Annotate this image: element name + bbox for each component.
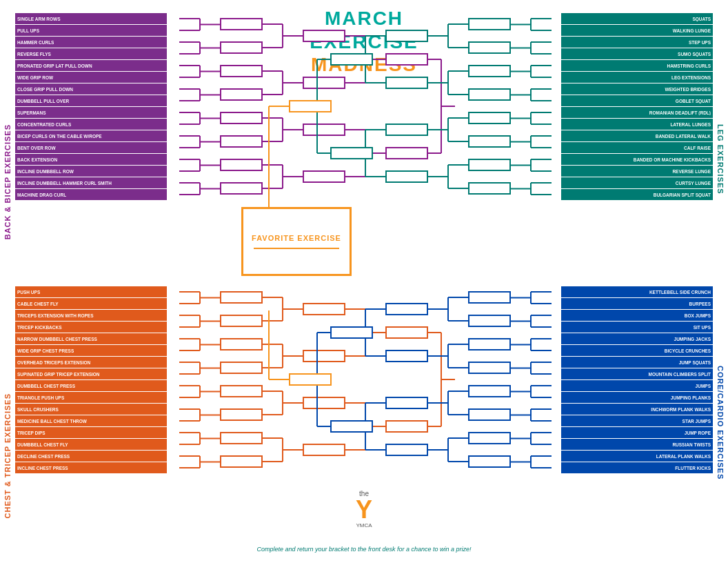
svg-rect-22 <box>221 66 262 77</box>
svg-rect-63 <box>303 171 345 182</box>
right-bottom-exercise-5: BICYCLE CRUNCHES <box>561 345 713 356</box>
right-top-exercise-5: LEG EXTENSIONS <box>561 72 713 83</box>
left-bottom-exercise-9: TRIANGLE PUSH UPS <box>15 392 167 403</box>
left-top-exercise-11: BENT OVER ROW <box>15 142 167 153</box>
right-top-exercise-8: ROMANIAN DEADLIFT (RDL) <box>561 107 713 118</box>
svg-rect-97 <box>469 89 510 100</box>
left-bottom-exercise-11: MEDICINE BALL CHEST THROW <box>15 415 167 426</box>
right-top-exercise-2: STEP UPS <box>561 37 713 48</box>
left-top-exercise-8: SUPERMANS <box>15 107 167 118</box>
svg-rect-213 <box>303 444 345 455</box>
svg-rect-173 <box>221 362 262 373</box>
left-top-exercise-13: INCLINE DUMBBELL ROW <box>15 166 167 177</box>
left-top-exercise-10: BICEP CURLS ON THE CABLE W/ROPE <box>15 130 167 141</box>
left-top-exercise-12: BACK EXTENSION <box>15 154 167 165</box>
svg-rect-218 <box>386 327 427 338</box>
ymca-logo: the Y YMCA <box>356 490 372 529</box>
favorite-exercise-box: FAVORITE EXERCISE <box>241 207 352 276</box>
left-bottom-exercise-8: DUMBBELL CHEST PRESS <box>15 380 167 391</box>
svg-rect-159 <box>221 315 262 326</box>
svg-rect-178 <box>303 304 345 315</box>
right-top-exercise-4: HAMSTRING CURLS <box>561 60 713 71</box>
svg-rect-219 <box>386 421 427 432</box>
svg-rect-43 <box>221 136 262 147</box>
left-top-exercise-6: CLOSE GRIP PULL DOWN <box>15 83 167 95</box>
left-bottom-exercise-6: OVERHEAD TRICEPS EXTENSION <box>15 357 167 368</box>
page: MARCH EXERCISE MADNESS BACK & BICEP EXER… <box>0 0 728 563</box>
right-bottom-exercise-12: JUMP ROPE <box>561 427 713 438</box>
svg-rect-267 <box>469 409 510 420</box>
svg-rect-207 <box>221 456 262 467</box>
svg-rect-103 <box>386 77 427 88</box>
svg-rect-9 <box>221 42 262 53</box>
svg-rect-266 <box>469 386 510 397</box>
svg-rect-130 <box>469 159 510 170</box>
svg-rect-298 <box>290 374 331 385</box>
right-top-exercise-3: SUMO SQUATS <box>561 48 713 59</box>
left-top-exercise-0: SINGLE ARM ROWS <box>15 13 167 24</box>
svg-rect-281 <box>469 456 510 467</box>
left-bottom-exercise-3: TRICEP KICKBACKS <box>15 322 167 333</box>
left-bottom-exercise-13: DUMBBELL CHEST FLY <box>15 439 167 450</box>
right-bottom-exercise-14: LATERAL PLANK WALKS <box>561 451 713 462</box>
left-top-exercise-2: HAMMER CURLS <box>15 37 167 48</box>
left-bottom-exercise-12: TRICEP DIPS <box>15 427 167 438</box>
right-top-exercise-12: BANDED OR MACHINE KICKBACKS <box>561 154 713 165</box>
favorite-label: FAVORITE EXERCISE <box>252 234 341 242</box>
svg-rect-131 <box>469 183 510 194</box>
right-top-exercise-6: WEIGHTED BRIDGES <box>561 83 713 95</box>
svg-rect-287 <box>386 444 427 455</box>
svg-rect-247 <box>469 362 510 373</box>
svg-rect-62 <box>303 124 345 135</box>
svg-rect-192 <box>221 386 262 397</box>
favorite-answer-line <box>254 248 338 249</box>
right-top-exercise-9: LATERAL LUNGES <box>561 119 713 130</box>
left-bottom-exercise-4: NARROW DUMBBELL CHEST PRESS <box>15 333 167 344</box>
right-bottom-exercise-6: JUMP SQUATS <box>561 357 713 368</box>
svg-rect-8 <box>221 19 262 30</box>
left-bottom-exercise-10: SKULL CRUSHERS <box>15 404 167 415</box>
svg-rect-42 <box>221 112 262 124</box>
svg-rect-69 <box>386 148 427 159</box>
right-bottom-exercise-15: FLUTTER KICKS <box>561 462 713 473</box>
left-bottom-exercise-7: SUPINATED GRIP TRICEP EXTENSION <box>15 368 167 379</box>
svg-rect-179 <box>303 350 345 362</box>
left-top-exercise-3: REVERSE FLYS <box>15 48 167 59</box>
left-bottom-exercise-2: TRICEPS EXTENSION WITH ROPES <box>15 310 167 321</box>
svg-rect-23 <box>221 89 262 100</box>
right-top-exercise-14: CURTSY LUNGE <box>561 177 713 188</box>
left-top-exercise-14: INCLINE DUMBBELL HAMMER CURL SMITH <box>15 177 167 188</box>
svg-rect-143 <box>331 148 372 159</box>
svg-rect-142 <box>331 54 372 65</box>
svg-rect-158 <box>221 292 262 303</box>
right-bottom-exercise-0: KETTLEBELL SIDE CRUNCH <box>561 286 713 297</box>
svg-rect-117 <box>469 136 510 147</box>
svg-rect-96 <box>469 66 510 77</box>
svg-rect-68 <box>386 54 427 65</box>
svg-rect-246 <box>469 339 510 350</box>
right-bottom-exercise-10: INCHWORM PLANK WALKS <box>561 404 713 415</box>
left-top-exercise-1: PULL UPS <box>15 25 167 36</box>
svg-rect-206 <box>221 433 262 444</box>
left-top-exercise-9: CONCENTRATED CURLS <box>15 119 167 130</box>
svg-rect-280 <box>469 433 510 444</box>
svg-rect-233 <box>469 315 510 326</box>
svg-rect-28 <box>303 30 345 41</box>
svg-rect-286 <box>386 397 427 408</box>
right-top-exercise-15: BULGARIAN SPLIT SQUAT <box>561 189 713 200</box>
right-bottom-exercise-2: BOX JUMPS <box>561 310 713 321</box>
right-top-exercise-10: BANDED LATERAL WALK <box>561 130 713 141</box>
right-top-exercise-1: WALKING LUNGE <box>561 25 713 36</box>
footer-text: Complete and return your bracket to the … <box>256 546 471 553</box>
right-bottom-exercise-8: JUMPS <box>561 380 713 391</box>
svg-rect-212 <box>303 397 345 408</box>
right-top-exercise-0: SQUATS <box>561 13 713 24</box>
svg-rect-116 <box>469 112 510 124</box>
right-top-exercise-7: GOBLET SQUAT <box>561 95 713 106</box>
svg-rect-57 <box>221 183 262 194</box>
svg-rect-252 <box>386 304 427 315</box>
right-bottom-exercise-1: BURPEES <box>561 298 713 309</box>
right-bottom-exercise-7: MOUNTAIN CLIMBERS SPLIT <box>561 368 713 379</box>
left-top-exercise-7: DUMBBELL PULL OVER <box>15 95 167 106</box>
svg-rect-293 <box>331 421 372 432</box>
